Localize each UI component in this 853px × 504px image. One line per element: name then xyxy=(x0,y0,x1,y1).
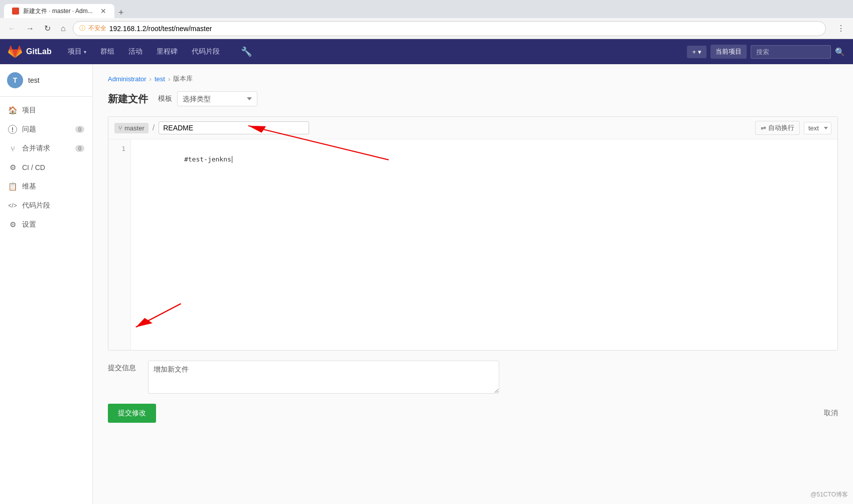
sidebar-item-settings[interactable]: ⚙ 设置 xyxy=(0,215,92,234)
submit-button[interactable]: 提交修改 xyxy=(108,404,156,423)
plus-chevron-icon: ▾ xyxy=(698,48,701,56)
page-title: 新建文件 xyxy=(108,92,148,106)
nav-milestones[interactable]: 里程碑 xyxy=(151,44,184,59)
code-editor[interactable]: #test-jenkns xyxy=(131,139,837,350)
sidebar-nav: 🏠 项目 ! 问题 0 ⑂ 合并请求 0 ⚙ CI / CD 📋 维基 xyxy=(0,97,92,238)
editor-wrapper: ⑂ master / ⇌ 自动换行 text xyxy=(108,116,838,351)
commit-section: 提交信息 xyxy=(108,351,838,404)
header-right: + ▾ 当前项目 🔍 xyxy=(687,45,845,59)
template-select[interactable]: 选择类型 xyxy=(177,91,257,106)
gitlab-logo-text: GitLab xyxy=(26,47,52,56)
sidebar-item-projects[interactable]: 🏠 项目 xyxy=(0,101,92,120)
browser-tab[interactable]: 新建文件 · master · Adm... ✕ xyxy=(4,4,114,18)
line-numbers: 1 xyxy=(108,139,131,350)
filename-input[interactable] xyxy=(159,121,309,134)
sidebar-item-issues[interactable]: ! 问题 0 xyxy=(0,120,92,139)
breadcrumb-administrator[interactable]: Administrator xyxy=(108,75,147,83)
template-label: 模板 xyxy=(158,94,172,103)
main-layout: T test 🏠 项目 ! 问题 0 ⑂ 合并请求 0 ⚙ CI / CD xyxy=(0,64,853,504)
url-display: 192.168.1.2/root/test/new/master xyxy=(109,25,212,33)
buttons-row: 提交修改 取消 xyxy=(108,404,838,423)
wrap-icon: ⇌ xyxy=(761,124,766,132)
forward-button[interactable]: → xyxy=(23,23,37,34)
editor-toolbar: ⑂ master / ⇌ 自动换行 text xyxy=(108,117,837,139)
main-content: Administrator › test › 版本库 新建文件 模板 选择类型 xyxy=(93,64,853,504)
search-icon-button[interactable]: 🔍 xyxy=(835,47,845,57)
auto-wrap-button[interactable]: ⇌ 自动换行 xyxy=(755,121,800,135)
editor-right-tools: ⇌ 自动换行 text xyxy=(755,121,831,135)
menu-button[interactable]: ⋮ xyxy=(834,23,848,34)
breadcrumb: Administrator › test › 版本库 xyxy=(108,74,838,83)
nav-activity[interactable]: 活动 xyxy=(122,44,149,59)
home-icon: 🏠 xyxy=(8,106,17,115)
sidebar-item-snippets[interactable]: </> 代码片段 xyxy=(0,196,92,215)
sidebar-item-mergerequests[interactable]: ⑂ 合并请求 0 xyxy=(0,139,92,158)
editor-body: 1 #test-jenkns xyxy=(108,139,837,350)
page-header: 新建文件 模板 选择类型 xyxy=(108,91,838,106)
sidebar-item-wiki[interactable]: 📋 维基 xyxy=(0,177,92,196)
chevron-down-icon: ▾ xyxy=(84,49,86,55)
watermark: @51CTO博客 xyxy=(810,490,848,499)
cancel-button[interactable]: 取消 xyxy=(824,409,838,418)
line1-text: #test-jenkns xyxy=(184,155,231,163)
commit-label: 提交信息 xyxy=(108,361,138,373)
breadcrumb-current: 版本库 xyxy=(173,74,193,83)
cursor xyxy=(232,156,232,163)
sidebar: T test 🏠 项目 ! 问题 0 ⑂ 合并请求 0 ⚙ CI / CD xyxy=(0,64,93,504)
gitlab-header: GitLab 项目 ▾ 群组 活动 里程碑 代码片段 🔧 + ▾ 当前项目 🔍 xyxy=(0,39,853,64)
current-project-button[interactable]: 当前项目 xyxy=(710,45,747,59)
wiki-icon: 📋 xyxy=(8,182,17,191)
path-separator: / xyxy=(153,123,155,132)
settings-icon: ⚙ xyxy=(8,220,17,229)
nav-projects[interactable]: 项目 ▾ xyxy=(62,44,92,59)
breadcrumb-test[interactable]: test xyxy=(155,75,165,83)
gitlab-nav: 项目 ▾ 群组 活动 里程碑 代码片段 xyxy=(62,44,226,59)
security-icon: ⓘ xyxy=(79,24,85,33)
plus-button[interactable]: + ▾ xyxy=(687,46,706,58)
nav-snippets[interactable]: 代码片段 xyxy=(186,44,226,59)
editor-container: ⑂ master / ⇌ 自动换行 text xyxy=(108,116,838,351)
reload-button[interactable]: ↻ xyxy=(41,23,54,34)
gitlab-logo[interactable]: GitLab xyxy=(8,45,52,59)
global-search-input[interactable] xyxy=(751,45,831,59)
security-label: 不安全 xyxy=(88,24,106,33)
gitlab-logo-icon xyxy=(8,45,22,59)
format-select[interactable]: text xyxy=(804,122,831,134)
line-number-1: 1 xyxy=(108,143,130,154)
back-button[interactable]: ← xyxy=(5,23,19,34)
avatar: T xyxy=(7,72,23,88)
tab-title: 新建文件 · master · Adm... xyxy=(23,7,93,16)
issues-badge: 0 xyxy=(75,126,84,133)
merge-badge: 0 xyxy=(75,145,84,152)
sidebar-user[interactable]: T test xyxy=(0,64,92,97)
wrench-icon[interactable]: 🔧 xyxy=(241,46,252,57)
cicd-icon: ⚙ xyxy=(8,163,17,172)
template-section: 模板 选择类型 xyxy=(158,91,257,106)
sidebar-username: test xyxy=(28,76,40,84)
commit-message-input[interactable] xyxy=(148,361,499,394)
sidebar-item-cicd[interactable]: ⚙ CI / CD xyxy=(0,158,92,177)
snippets-icon: </> xyxy=(8,202,17,209)
nav-groups[interactable]: 群组 xyxy=(94,44,120,59)
address-bar[interactable]: ⓘ 不安全 192.168.1.2/root/test/new/master xyxy=(73,21,826,36)
new-tab-button[interactable]: + xyxy=(114,8,128,18)
commit-input-area xyxy=(148,361,838,394)
home-button[interactable]: ⌂ xyxy=(58,23,69,34)
branch-badge: ⑂ master xyxy=(114,123,149,133)
tab-close-button[interactable]: ✕ xyxy=(100,7,106,15)
tab-favicon xyxy=(12,8,19,15)
branch-name: master xyxy=(124,124,145,132)
issues-icon: ! xyxy=(8,125,17,134)
merge-icon: ⑂ xyxy=(8,144,17,153)
branch-icon: ⑂ xyxy=(118,124,122,132)
